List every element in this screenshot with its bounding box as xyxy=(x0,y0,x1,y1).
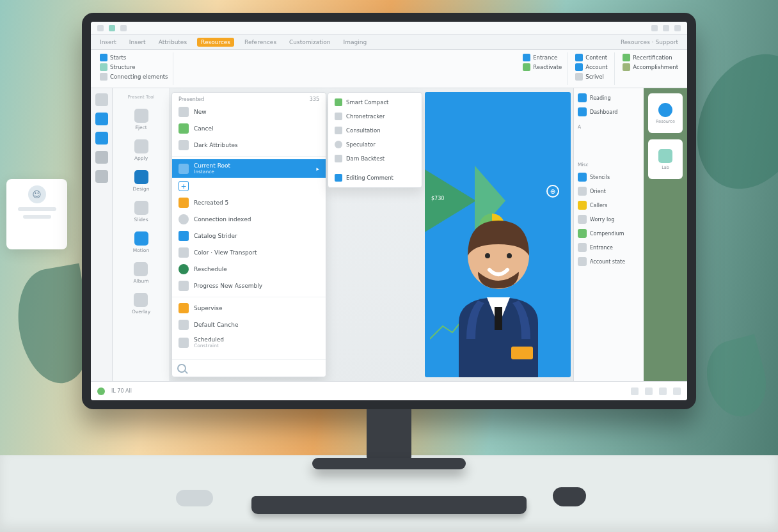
side-item[interactable]: Compendium xyxy=(578,229,640,238)
ribbon-item[interactable]: Connecting elements xyxy=(100,73,168,81)
titlebar-icon xyxy=(663,25,669,31)
badge-icon xyxy=(623,54,630,61)
rail-item[interactable]: Apply xyxy=(134,139,148,161)
panel-item-color[interactable]: Color · View Transport xyxy=(172,244,326,261)
side-item[interactable]: Orient xyxy=(578,187,640,196)
ribbon-item[interactable]: Structure xyxy=(100,63,168,71)
status-icon[interactable] xyxy=(631,387,639,395)
rail-item[interactable]: Overlay xyxy=(132,293,150,315)
menu-item-active[interactable]: Resources xyxy=(197,38,234,47)
person-icon xyxy=(578,257,587,266)
side-item[interactable]: Dashboard xyxy=(578,107,640,116)
panel-item-cancel[interactable]: Cancel xyxy=(172,120,326,137)
doc-icon[interactable] xyxy=(95,113,108,125)
flyout-item[interactable]: Chronetracker xyxy=(328,109,422,123)
side-item[interactable]: Callers xyxy=(578,201,640,210)
menu-item[interactable]: Imaging xyxy=(341,38,370,47)
ribbon-label: Reactivate xyxy=(533,64,562,70)
ribbon-label: Entrance xyxy=(533,54,557,61)
align-icon[interactable] xyxy=(95,151,108,164)
panel-item-new[interactable]: New xyxy=(172,104,326,120)
layers-icon[interactable] xyxy=(95,132,108,145)
text-icon[interactable] xyxy=(95,170,108,183)
side-item[interactable]: Account state xyxy=(578,257,640,266)
panel-label: Reschedule xyxy=(194,266,227,272)
menu-item[interactable]: References xyxy=(242,38,279,47)
panel-label: Cancel xyxy=(194,125,214,132)
wedge-label: $730 xyxy=(431,196,444,201)
panel-item-progress[interactable]: Progress New Assembly xyxy=(172,278,326,294)
status-icon[interactable] xyxy=(645,387,653,395)
rail-item[interactable]: Slides xyxy=(134,201,148,223)
monitor-base xyxy=(312,458,466,469)
flyout-item[interactable]: Darn Backtest xyxy=(328,152,422,166)
target-icon[interactable]: ⊕ xyxy=(546,185,559,198)
panel-item-dark[interactable]: Dark Attributes xyxy=(172,137,326,153)
workspace: Present Tool Eject Apply Design Slides M… xyxy=(91,88,687,381)
panel-item-supervise[interactable]: Supervise xyxy=(172,300,326,317)
menu-item[interactable]: Insert xyxy=(127,38,148,47)
ribbon-label: Structure xyxy=(110,64,136,70)
separator xyxy=(172,156,326,157)
panel-item-recreated[interactable]: Recreated 5 xyxy=(172,194,326,211)
menu-item[interactable]: Customization xyxy=(287,38,333,47)
rail-item[interactable]: Album xyxy=(133,262,148,284)
panel-item-current-root[interactable]: Current Root Instance ▸ xyxy=(172,159,326,178)
rail-item[interactable]: Eject xyxy=(134,109,148,130)
star-icon xyxy=(179,107,189,117)
slides-icon xyxy=(134,201,148,215)
ribbon-label: Starts xyxy=(110,54,126,61)
ribbon-item[interactable]: Reactivate xyxy=(523,63,562,71)
menu-item[interactable]: Insert xyxy=(97,38,119,47)
side-item[interactable]: Stencils xyxy=(578,173,640,182)
rail-item[interactable]: Motion xyxy=(133,231,149,253)
mouse xyxy=(553,487,586,506)
status-left: IL 70 All xyxy=(111,388,132,394)
status-icon[interactable] xyxy=(659,387,667,395)
side-item[interactable]: Entrance xyxy=(578,243,640,252)
panel-label: Connection indexed xyxy=(194,216,251,223)
key-icon xyxy=(623,63,630,71)
panel-search[interactable] xyxy=(172,359,326,377)
ribbon-label: Content xyxy=(585,54,607,61)
side-item[interactable]: Reading xyxy=(578,93,640,102)
monitor-stand xyxy=(367,409,411,460)
panel-item-reschedule[interactable]: Reschedule xyxy=(172,261,326,278)
track-icon xyxy=(179,281,189,291)
flyout-item[interactable]: Speculator xyxy=(328,137,422,152)
monitor: Insert Insert Attributes Resources Refer… xyxy=(82,13,696,469)
mail-icon xyxy=(335,174,342,182)
flyout-item[interactable]: Editing Comment xyxy=(328,171,422,185)
flyout-item[interactable]: Consultation xyxy=(328,123,422,137)
menu-item[interactable]: Attributes xyxy=(156,38,189,47)
canvas[interactable]: $730 ⊕ xyxy=(425,92,571,377)
rail-item[interactable]: Design xyxy=(133,170,150,192)
ribbon-item[interactable]: Scrivel xyxy=(575,73,609,81)
panel-label: Recreated 5 xyxy=(194,199,228,206)
ribbon-item[interactable]: Entrance xyxy=(523,54,562,61)
save-icon xyxy=(179,123,189,134)
flyout-item[interactable]: Smart Compact xyxy=(328,95,422,109)
ribbon-item[interactable]: Starts xyxy=(100,54,168,61)
home-icon[interactable] xyxy=(95,93,108,106)
page-icon xyxy=(179,164,189,174)
square-icon xyxy=(578,201,587,210)
ribbon-item[interactable]: Recertification xyxy=(623,54,678,61)
side-card[interactable]: Resource xyxy=(648,93,683,133)
side-label: Account state xyxy=(590,259,625,265)
panel-item-connection[interactable]: Connection indexed xyxy=(172,211,326,228)
panel-item-plus[interactable]: + xyxy=(172,178,326,194)
panel-item-scheduled[interactable]: Scheduled Constraint xyxy=(172,333,326,352)
ribbon-item[interactable]: Content xyxy=(575,54,609,61)
grid-icon xyxy=(100,63,107,71)
ribbon-item[interactable]: Account xyxy=(575,63,609,71)
panel-label: Color · View Transport xyxy=(194,249,257,256)
panel-item-catalog[interactable]: Catalog Strider xyxy=(172,228,326,244)
side-card[interactable]: Lab xyxy=(648,139,683,179)
ribbon-label: Recertification xyxy=(633,54,672,61)
side-item[interactable]: Worry log xyxy=(578,215,640,224)
ribbon-item[interactable]: Accomplishment xyxy=(623,63,678,71)
status-icon[interactable] xyxy=(673,387,681,395)
panel-item-default[interactable]: Default Canche xyxy=(172,317,326,333)
bolt-icon xyxy=(134,139,148,153)
